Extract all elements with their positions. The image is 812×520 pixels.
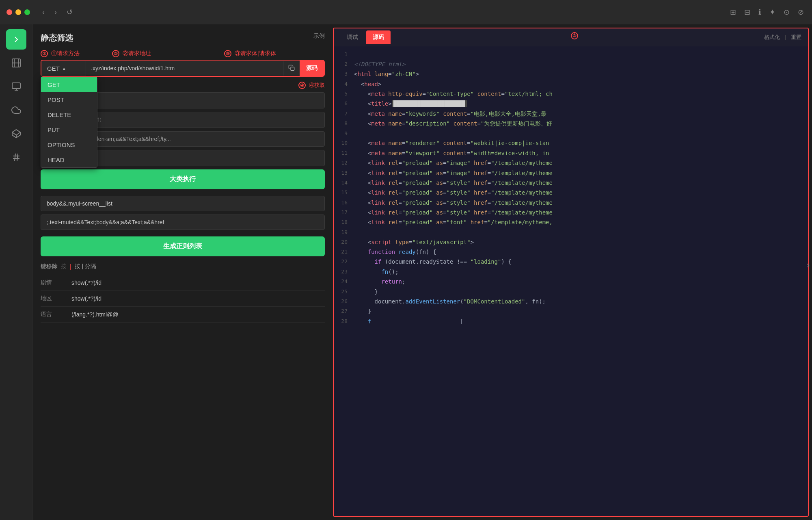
sidebar-item-terminal[interactable] [6, 29, 26, 50]
svg-line-12 [17, 154, 18, 161]
back-button[interactable]: ‹ [40, 6, 47, 18]
icon-2[interactable]: ⊟ [744, 8, 750, 17]
result-row-1: body&&.myui-screen__list [41, 196, 325, 211]
annotation-5: ⑤ [571, 32, 580, 39]
code-line-10: 10 <meta name="renderer" content="webkit… [334, 138, 808, 148]
code-line-2: 2 <!DOCTYPE html> [334, 59, 808, 69]
source-button[interactable]: 源码 [300, 61, 324, 76]
execute-button[interactable]: 大类执行 [41, 169, 325, 189]
example-label: 示例 [313, 32, 325, 40]
traffic-lights [6, 9, 30, 15]
annotation-method: ① ①请求方法 [41, 50, 80, 57]
code-line-24: 24 return; [334, 277, 808, 286]
code-line-8: 8 <meta name="description" content="为您提供… [334, 119, 808, 128]
refresh-button[interactable]: ↺ [64, 6, 75, 18]
nav-buttons: ‹ › ↺ [40, 6, 75, 18]
code-line-14: 14 <link rel="preload" as="style" href="… [334, 178, 808, 188]
icon-6[interactable]: ⊘ [798, 8, 804, 17]
copy-button[interactable] [283, 61, 300, 76]
close-button[interactable] [6, 9, 12, 15]
method-option-get[interactable]: GET [41, 77, 97, 92]
editor-actions: 格式化 | 重置 [764, 34, 801, 41]
code-line-20: 20 <script type="text/javascript"> [334, 237, 808, 247]
sidebar-item-hash[interactable] [6, 147, 26, 167]
category-row-2: 地区 show(.*?)/id [41, 291, 325, 307]
svg-rect-13 [291, 67, 294, 71]
code-line-1: 1 [334, 50, 808, 59]
method-option-options[interactable]: OPTIONS [41, 137, 97, 152]
panel-title: 静态筛选 [41, 32, 325, 43]
code-line-9: 9 [334, 129, 808, 139]
icon-4[interactable]: ✦ [769, 8, 775, 17]
titlebar-icons: ⊞ ⊟ ℹ ✦ ⊙ ⊘ [730, 8, 804, 17]
method-option-put[interactable]: PUT [41, 122, 97, 137]
method-option-delete[interactable]: DELETE [41, 107, 97, 122]
code-line-5: 5 <meta http-equiv="Content-Type" conten… [334, 89, 808, 99]
code-line-28: 28 f [ [334, 316, 808, 326]
code-line-6: 6 <title>█████████████████████ [334, 99, 808, 108]
code-line-12: 12 <link rel="preload" as="image" href="… [334, 158, 808, 168]
category-row-1: 剧情 show(.*?)/id [41, 275, 325, 291]
chevron-down-icon: ▲ [62, 66, 66, 71]
code-line-15: 15 <link rel="preload" as="style" href="… [334, 188, 808, 197]
code-editor[interactable]: 1 2 <!DOCTYPE html> 3 <html lang="zh-CN"… [334, 46, 808, 516]
sidebar-item-film[interactable] [6, 53, 26, 73]
content-area: 静态筛选 示例 ① ①请求方法 ② ②请求地址 ③ ③请求体|请求体 [32, 24, 812, 520]
method-option-head[interactable]: HEAD [41, 152, 97, 167]
code-line-3: 3 <html lang="zh-CN"> [334, 69, 808, 79]
sidebar-item-monitor[interactable] [6, 76, 26, 97]
left-panel: 静态筛选 示例 ① ①请求方法 ② ②请求地址 ③ ③请求体|请求体 [32, 24, 333, 520]
code-line-27: 27 } [334, 306, 808, 316]
code-line-21: 21 function ready(fn) { [334, 247, 808, 257]
reset-button[interactable]: 重置 [791, 34, 801, 41]
code-line-25: 25 } [334, 287, 808, 297]
sidebar [0, 24, 32, 520]
code-line-18: 18 <link rel="preload" as="font" href="/… [334, 217, 808, 227]
code-line-19: 19 [334, 228, 808, 237]
url-row: GET ▲ 源码 [41, 60, 325, 77]
icon-1[interactable]: ⊞ [730, 8, 736, 17]
svg-line-11 [15, 154, 15, 161]
format-button[interactable]: 格式化 [764, 34, 780, 41]
svg-rect-4 [12, 83, 20, 89]
key-remove-row: 键移除 按 | 按 | 分隔 [41, 263, 325, 270]
sidebar-item-cube[interactable] [6, 124, 26, 144]
method-selected: GET [47, 65, 60, 72]
tab-debug[interactable]: 调试 [340, 30, 365, 44]
main-layout: 静态筛选 示例 ① ①请求方法 ② ②请求地址 ③ ③请求体|请求体 [0, 24, 812, 520]
url-bar-container: GET ▲ 源码 GET [41, 60, 325, 77]
method-dropdown[interactable]: GET ▲ [41, 61, 86, 76]
annotation-url: ② ②请求地址 [112, 50, 151, 57]
sidebar-item-cloud[interactable] [6, 100, 26, 120]
icon-5[interactable]: ⊙ [784, 8, 790, 17]
url-input[interactable] [86, 61, 283, 76]
code-line-26: 26 document.addEventListener("DOMContent… [334, 297, 808, 306]
code-line-16: 16 <link rel="preload" as="style" href="… [334, 198, 808, 208]
code-line-17: 17 <link rel="preload" as="style" href="… [334, 208, 808, 217]
code-line-11: 11 <meta name="viewport" content="width=… [334, 148, 808, 158]
tab-source[interactable]: 源码 [366, 30, 391, 44]
annotation-body: ③ ③请求体|请求体 [224, 50, 276, 57]
annotation-labels: ① ①请求方法 ② ②请求地址 ③ ③请求体|请求体 [41, 50, 325, 57]
code-line-23: 23 fn(); [334, 267, 808, 277]
minimize-button[interactable] [15, 9, 21, 15]
method-option-post[interactable]: POST [41, 92, 97, 107]
editor-tabs: 调试 源码 ⑤ 格式化 | 重置 [334, 28, 808, 46]
generate-button[interactable]: 生成正则列表 [41, 236, 325, 256]
method-dropdown-menu: GET POST DELETE PUT OPTIONS HEAD [41, 77, 97, 168]
maximize-button[interactable] [24, 9, 30, 15]
icon-3[interactable]: ℹ [758, 8, 761, 17]
category-row-3: 语言 (/lang.*?).html@@ [41, 307, 325, 323]
scroll-indicator: › [807, 260, 809, 271]
code-line-4: 4 <head> [334, 79, 808, 89]
code-line-13: 13 <link rel="preload" as="image" href="… [334, 168, 808, 178]
titlebar: ‹ › ↺ ⊞ ⊟ ℹ ✦ ⊙ ⊘ [0, 0, 812, 24]
code-editor-panel: 调试 源码 ⑤ 格式化 | 重置 1 [333, 28, 809, 517]
code-line-22: 22 if (document.readyState !== "loading"… [334, 257, 808, 266]
code-line-7: 7 <meta name="keywords" content="电影,电影大全… [334, 109, 808, 119]
forward-button[interactable]: › [52, 6, 59, 18]
result-row-2: ;.text-muted&&Text;body&&a;a&&Text;a&&hr… [41, 214, 325, 230]
